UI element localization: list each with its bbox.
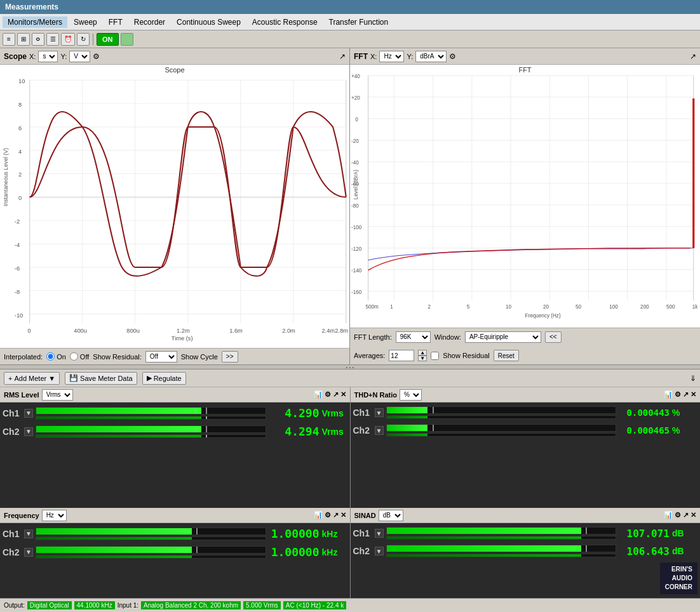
fft-expand-icon[interactable]: ↗ [690,52,696,61]
input-value: Analog Balanced 2 Ch, 200 kohm [141,601,241,609]
menu-transfer-function[interactable]: Transfer Function [324,17,394,28]
freq-ch2-dropdown[interactable]: ▼ [24,548,33,557]
svg-text:10: 10 [18,78,25,84]
thd-ch1-bar-fill [387,407,428,413]
menu-continuous-sweep[interactable]: Continuous Sweep [172,17,246,28]
scroll-down-icon[interactable]: ⇓ [690,374,696,383]
freq-ch1-dropdown[interactable]: ▼ [24,529,33,538]
svg-text:0: 0 [28,328,31,334]
thd-ch1-row: Ch1 ▼ 0.000443 % [353,405,698,420]
thd-unit-select[interactable]: % [400,389,422,401]
rms-ch1-bar2 [36,416,266,420]
thd-ch2-row: Ch2 ▼ 0.000465 % [353,423,698,438]
fft-x-select[interactable]: Hz [379,51,404,62]
rms-ch2-peak [206,426,207,432]
menu-monitors-meters[interactable]: Monitors/Meters [3,17,67,28]
titlebar: Measurements [0,0,700,14]
toolbar-on-button[interactable]: ON [97,33,119,46]
frequency-expand-icon[interactable]: ↗ [333,511,339,519]
fft-y-select[interactable]: dBrA [415,51,447,62]
rms-ch2-bar2 [36,434,266,438]
toolbar-btn-6[interactable]: ↻ [77,33,90,46]
save-meter-label: Save Meter Data [80,375,133,382]
regulate-button[interactable]: ▶ Regulate [142,372,186,385]
scope-x-select[interactable]: s [38,51,58,62]
frequency-graph-icon[interactable]: 📊 [314,511,323,519]
menu-sweep[interactable]: Sweep [69,17,102,28]
thd-ch1-dropdown[interactable]: ▼ [375,408,384,417]
rms-ch1-label: Ch1 [3,408,22,418]
svg-text:20: 20 [543,303,549,310]
add-meter-button[interactable]: + Add Meter ▼ [4,372,60,385]
fft-window-select[interactable]: AP-Equiripple Hann Blackman [465,331,541,343]
rms-close-icon[interactable]: ✕ [340,390,346,399]
scope-settings-icon[interactable]: ⚙ [93,52,100,61]
rms-expand-icon[interactable]: ↗ [333,390,339,399]
frequency-unit-select[interactable]: Hz [42,510,67,521]
sinad-graph-icon[interactable]: 📊 [664,511,673,519]
fft-length-select[interactable]: 96K 16K 32K 64K [396,331,431,343]
sinad-ch1-bar2 [386,536,617,540]
thd-ch2-peak [433,425,434,431]
fft-collapse-btn[interactable]: << [545,331,562,343]
toolbar-sep [93,34,93,45]
thd-title: THD+N Ratio [354,391,398,399]
frequency-close-icon[interactable]: ✕ [340,511,346,519]
toolbar-btn-1[interactable]: ≡ [3,33,15,46]
thd-graph-icon[interactable]: 📊 [664,390,673,399]
save-meter-button[interactable]: 💾 Save Meter Data [65,372,137,385]
freq-ch1-label: Ch1 [3,529,22,539]
show-residual-select[interactable]: Off On [145,351,177,363]
thd-settings-icon[interactable]: ⚙ [675,390,681,399]
sinad-expand-icon[interactable]: ↗ [683,511,689,519]
sample-rate: 44.1000 kHz [74,601,115,609]
sinad-ch1-dropdown[interactable]: ▼ [375,529,384,538]
interpolated-off-radio[interactable] [70,352,78,361]
rms-ch2-bar [36,425,266,433]
svg-text:6: 6 [18,125,22,131]
thd-ch2-dropdown[interactable]: ▼ [375,426,384,435]
scope-header: Scope X: s Y: V ⚙ ↗ [0,48,349,65]
show-cycle-btn[interactable]: >> [222,351,238,363]
thd-expand-icon[interactable]: ↗ [683,390,689,399]
rms-graph-icon[interactable]: 📊 [314,390,323,399]
thd-close-icon[interactable]: ✕ [690,390,696,399]
scope-expand-icon[interactable]: ↗ [339,52,346,61]
show-residual-label: Show Residual: [93,353,141,361]
toolbar-clock[interactable]: ⏰ [61,33,75,46]
fft-averages-spin: ▲ ▼ [418,350,427,361]
sinad-unit-select[interactable]: dB [379,510,403,521]
sinad-settings-icon[interactable]: ⚙ [675,511,681,519]
scope-y-select[interactable]: V [69,51,90,62]
sinad-ch1-bar [386,527,617,535]
sinad-ch2-bar2 [386,554,617,557]
rms-level-unit-select[interactable]: Vrms [42,389,73,401]
svg-text:Instantaneous Level (V): Instantaneous Level (V) [3,148,9,206]
rms-ch1-dropdown[interactable]: ▼ [24,409,33,418]
svg-text:200: 200 [640,303,649,310]
fft-x-label: X: [370,53,377,60]
rms-settings-icon[interactable]: ⚙ [325,390,331,399]
toolbar-btn-2[interactable]: ⊞ [17,33,30,46]
menu-fft[interactable]: FFT [104,17,128,28]
freq-ch1-bar [36,528,266,535]
toolbar: ≡ ⊞ ⭘ ☰ ⏰ ↻ ON [0,30,700,48]
sinad-close-icon[interactable]: ✕ [690,511,696,519]
toolbar-bluetooth[interactable]: ⭘ [32,33,44,46]
interpolated-on-radio[interactable] [46,352,55,361]
menu-acoustic-response[interactable]: Acoustic Response [247,17,323,28]
freq-ch2-peak [196,547,198,553]
fft-averages-down[interactable]: ▼ [418,356,427,361]
rms-ch2-dropdown[interactable]: ▼ [24,427,33,436]
rms-ch1-row: Ch1 ▼ 4.290 Vrms [3,405,347,421]
fft-settings-icon[interactable]: ⚙ [449,52,456,61]
freq-ch2-bar-fill [36,547,192,553]
menu-recorder[interactable]: Recorder [129,17,170,28]
frequency-settings-icon[interactable]: ⚙ [325,511,331,519]
sinad-ch2-dropdown[interactable]: ▼ [375,547,384,555]
fft-averages-input[interactable] [389,350,414,361]
show-residual-checkbox[interactable] [431,352,439,360]
toolbar-btn-4[interactable]: ☰ [46,33,59,46]
fft-averages-up[interactable]: ▲ [418,350,427,356]
fft-reset-btn[interactable]: Reset [494,350,519,361]
